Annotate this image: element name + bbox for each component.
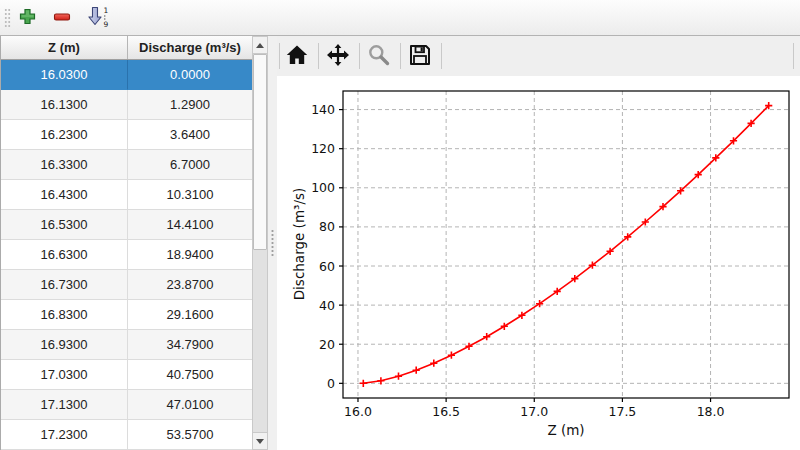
column-header-z[interactable]: Z (m): [1, 36, 128, 59]
svg-text:80: 80: [319, 219, 335, 234]
svg-text:0: 0: [327, 376, 335, 391]
main-toolbar: 1 9: [0, 0, 800, 36]
z-cell[interactable]: 16.0300: [1, 60, 128, 90]
zoom-icon: [367, 43, 391, 70]
discharge-cell[interactable]: 47.0100: [128, 390, 252, 420]
table-body: 16.03000.000016.13001.290016.23003.64001…: [1, 60, 252, 450]
plus-icon: [19, 8, 36, 28]
toolbar-separator: [359, 43, 360, 69]
z-cell[interactable]: 16.1300: [1, 90, 128, 120]
svg-text:1: 1: [103, 6, 108, 15]
minus-icon: [53, 8, 71, 29]
triangle-down-icon: [256, 439, 264, 444]
table-row[interactable]: 16.430010.3100: [1, 180, 252, 210]
toolbar-separator: [441, 43, 442, 69]
svg-text:16.0: 16.0: [344, 404, 372, 419]
chart-toolbar: [277, 36, 800, 76]
triangle-up-icon: [256, 43, 264, 48]
home-icon: [285, 43, 309, 70]
chart-panel: 16.016.517.017.518.0020406080100120140 Z…: [277, 36, 800, 450]
svg-text:16.5: 16.5: [432, 404, 460, 419]
svg-text:20: 20: [319, 337, 335, 352]
toolbar-separator: [400, 43, 401, 69]
discharge-cell[interactable]: 3.6400: [128, 120, 252, 150]
svg-text:140: 140: [311, 102, 335, 117]
scrollbar-thumb[interactable]: [253, 54, 267, 250]
table-row[interactable]: 16.23003.6400: [1, 120, 252, 150]
table-row[interactable]: 16.830029.1600: [1, 300, 252, 330]
table-row[interactable]: 17.230053.5700: [1, 420, 252, 450]
z-cell[interactable]: 16.8300: [1, 300, 128, 330]
toolbar-separator: [793, 43, 794, 69]
discharge-cell[interactable]: 1.2900: [128, 90, 252, 120]
pan-icon: [326, 43, 350, 70]
svg-text:9: 9: [103, 20, 108, 29]
discharge-cell[interactable]: 10.3100: [128, 180, 252, 210]
svg-text:100: 100: [311, 180, 335, 195]
table-row[interactable]: 16.630018.9400: [1, 240, 252, 270]
discharge-cell[interactable]: 34.7900: [128, 330, 252, 360]
panel-splitter[interactable]: [268, 36, 277, 450]
table-scrollbar[interactable]: [252, 36, 268, 450]
svg-text:17.5: 17.5: [608, 404, 636, 419]
toolbar-separator: [318, 43, 319, 69]
discharge-cell[interactable]: 18.9400: [128, 240, 252, 270]
svg-text:17.0: 17.0: [520, 404, 548, 419]
toolbar-separator: [279, 43, 280, 69]
z-cell[interactable]: 16.6300: [1, 240, 128, 270]
toolbar-grip-handle[interactable]: [4, 8, 11, 28]
table-header-row: Z (m) Discharge (m³/s): [1, 36, 252, 60]
save-button[interactable]: [405, 41, 435, 71]
svg-text:60: 60: [319, 259, 335, 274]
chart-area[interactable]: 16.016.517.017.518.0020406080100120140 Z…: [277, 76, 800, 450]
remove-row-button[interactable]: [48, 4, 76, 32]
chart-svg: 16.016.517.017.518.0020406080100120140: [277, 76, 800, 450]
z-cell[interactable]: 16.2300: [1, 120, 128, 150]
discharge-cell[interactable]: 53.5700: [128, 420, 252, 450]
column-header-discharge[interactable]: Discharge (m³/s): [128, 36, 252, 59]
zoom-button[interactable]: [364, 41, 394, 71]
chart-xlabel: Z (m): [466, 422, 666, 438]
svg-text:120: 120: [311, 141, 335, 156]
table-row[interactable]: 16.730023.8700: [1, 270, 252, 300]
table-row[interactable]: 16.13001.2900: [1, 90, 252, 120]
chart-ylabel: Discharge (m³/s): [291, 124, 309, 364]
discharge-cell[interactable]: 40.7500: [128, 360, 252, 390]
z-cell[interactable]: 16.9300: [1, 330, 128, 360]
z-cell[interactable]: 16.7300: [1, 270, 128, 300]
rating-table-panel: Z (m) Discharge (m³/s) 16.03000.000016.1…: [0, 36, 268, 450]
table-row[interactable]: 16.03000.0000: [1, 60, 252, 90]
table-row[interactable]: 16.530014.4100: [1, 210, 252, 240]
z-cell[interactable]: 16.4300: [1, 180, 128, 210]
discharge-cell[interactable]: 0.0000: [128, 60, 252, 90]
save-icon: [408, 43, 432, 70]
table-row[interactable]: 16.930034.7900: [1, 330, 252, 360]
rating-table: Z (m) Discharge (m³/s) 16.03000.000016.1…: [0, 36, 252, 450]
splitter-grip-icon: [271, 229, 274, 257]
add-row-button[interactable]: [13, 4, 41, 32]
table-row[interactable]: 16.33006.7000: [1, 150, 252, 180]
discharge-cell[interactable]: 29.1600: [128, 300, 252, 330]
home-button[interactable]: [282, 41, 312, 71]
table-row[interactable]: 17.130047.0100: [1, 390, 252, 420]
z-cell[interactable]: 17.0300: [1, 360, 128, 390]
z-cell[interactable]: 17.2300: [1, 420, 128, 450]
discharge-cell[interactable]: 23.8700: [128, 270, 252, 300]
svg-text:18.0: 18.0: [697, 404, 725, 419]
sort-ascending-button[interactable]: 1 9: [84, 4, 112, 32]
z-cell[interactable]: 16.5300: [1, 210, 128, 240]
scrollbar-up-button[interactable]: [253, 37, 267, 54]
app-window: 1 9 Z (m) Discharge (m³/s) 16.03000.0000…: [0, 0, 800, 450]
pan-button[interactable]: [323, 41, 353, 71]
z-cell[interactable]: 17.1300: [1, 390, 128, 420]
table-row[interactable]: 17.030040.7500: [1, 360, 252, 390]
discharge-cell[interactable]: 6.7000: [128, 150, 252, 180]
sort-1-9-icon: 1 9: [87, 5, 110, 31]
scrollbar-down-button[interactable]: [253, 432, 267, 449]
discharge-cell[interactable]: 14.4100: [128, 210, 252, 240]
z-cell[interactable]: 16.3300: [1, 150, 128, 180]
svg-text:40: 40: [319, 298, 335, 313]
